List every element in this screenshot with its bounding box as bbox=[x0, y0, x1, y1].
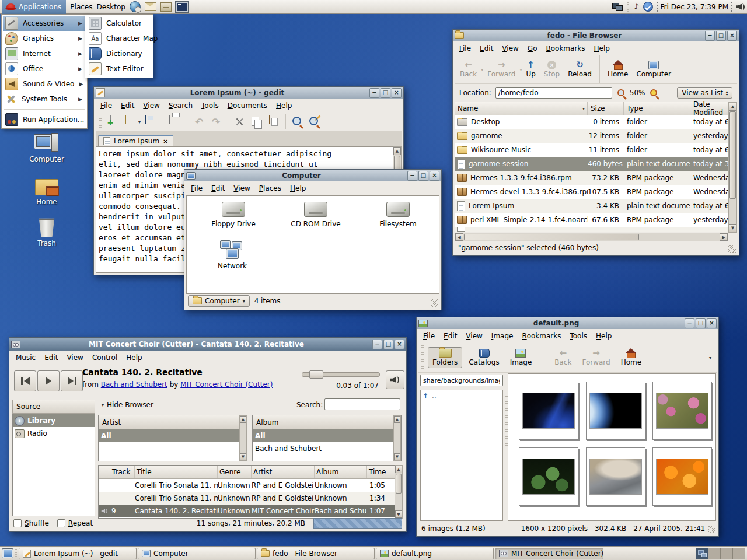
cut-icon[interactable] bbox=[233, 116, 246, 128]
icon-cdrom-drive[interactable]: CD ROM Drive bbox=[287, 202, 345, 228]
menu-item-text-editor[interactable]: Text Editor bbox=[86, 61, 152, 76]
menu-view[interactable]: View bbox=[233, 184, 250, 192]
source-header[interactable]: Source bbox=[12, 400, 95, 414]
table-row-selected[interactable]: garnome-session 460 bytesplain text docu… bbox=[455, 157, 728, 171]
image-button[interactable]: Image bbox=[506, 348, 536, 368]
task-file-browser[interactable]: fedo - File Browser bbox=[257, 548, 375, 559]
album-column-header[interactable]: Album bbox=[253, 415, 401, 429]
maximize-button[interactable]: □ bbox=[418, 171, 428, 181]
forward-button[interactable]: → Forward bbox=[578, 348, 614, 368]
seek-slider[interactable] bbox=[302, 372, 380, 377]
maximize-button[interactable]: □ bbox=[383, 340, 393, 349]
icon-filesystem[interactable]: Filesystem bbox=[369, 202, 427, 228]
resize-grip[interactable] bbox=[728, 245, 736, 253]
minimize-button[interactable]: − bbox=[369, 88, 379, 98]
tab-lorem-ipsum[interactable]: Lorem Ipsum × bbox=[98, 135, 173, 146]
menu-file[interactable]: File bbox=[459, 44, 471, 52]
table-row-partial[interactable] bbox=[455, 227, 728, 232]
menu-item-graphics[interactable]: Graphics ▶ bbox=[3, 31, 86, 46]
next-button[interactable] bbox=[61, 370, 83, 391]
folders-button[interactable]: Folders bbox=[428, 347, 462, 368]
resize-grip[interactable] bbox=[708, 526, 715, 533]
search-input[interactable] bbox=[324, 398, 400, 410]
vertical-scrollbar[interactable]: ▲ ▼ bbox=[728, 102, 737, 233]
menu-music[interactable]: Music bbox=[16, 354, 36, 362]
web-browser-launcher-icon[interactable] bbox=[130, 1, 141, 12]
rhythmbox-titlebar[interactable]: MIT Concert Choir (Cutter) - Cantata 140… bbox=[9, 338, 406, 351]
icon-floppy-drive[interactable]: Floppy Drive bbox=[204, 202, 263, 228]
stop-button[interactable]: × Stop bbox=[540, 60, 564, 79]
source-radio[interactable]: Radio bbox=[13, 427, 95, 440]
play-button[interactable] bbox=[37, 370, 60, 391]
task-computer[interactable]: Computer bbox=[138, 548, 256, 559]
menu-tools[interactable]: Tools bbox=[570, 332, 587, 340]
task-gthumb[interactable]: default.png bbox=[376, 548, 494, 559]
close-button[interactable]: × bbox=[707, 318, 717, 328]
window-selector-icon[interactable] bbox=[612, 3, 623, 11]
toolbar-overflow-chevron[interactable]: ▾ bbox=[709, 355, 711, 360]
volume-button[interactable] bbox=[386, 370, 404, 389]
album-all-row[interactable]: All bbox=[253, 429, 401, 442]
menu-help[interactable]: Help bbox=[594, 44, 610, 52]
track-row-playing[interactable]: 9Cantata 140. 2. RecitativeUnknownMIT Co… bbox=[99, 505, 401, 517]
icon-network[interactable]: Network bbox=[203, 240, 261, 270]
menu-file[interactable]: File bbox=[191, 184, 203, 192]
hide-browser-toggle[interactable]: ▾ Hide Browser bbox=[102, 401, 153, 409]
close-button[interactable]: × bbox=[395, 340, 404, 349]
table-row[interactable]: Lorem Ipsum 3.4 KBplain text documenttod… bbox=[455, 199, 728, 213]
volume-icon[interactable] bbox=[736, 2, 745, 12]
table-row[interactable]: Hermes-1.3.3-9.fc4.i386.rpm 73.2 KBRPM p… bbox=[455, 171, 728, 185]
artist-column-header[interactable]: Artist bbox=[99, 415, 247, 429]
home-button[interactable]: Home bbox=[617, 348, 645, 368]
menu-help[interactable]: Help bbox=[276, 102, 292, 110]
thumbnail-stone[interactable] bbox=[586, 447, 645, 506]
menu-item-calculator[interactable]: Calculator bbox=[86, 16, 152, 31]
shuffle-checkbox[interactable]: Shuffle bbox=[13, 519, 49, 527]
column-header-genre[interactable]: Genre bbox=[218, 466, 252, 478]
repeat-checkbox[interactable]: Repeat bbox=[57, 519, 93, 527]
menu-item-run-application[interactable]: Run Application... bbox=[3, 112, 86, 127]
computer-button[interactable]: Computer bbox=[632, 60, 675, 79]
menu-go[interactable]: Go bbox=[528, 44, 537, 52]
desktop-icon-trash[interactable]: Trash bbox=[20, 217, 73, 247]
album-scrollbar[interactable]: ▲ ▼ bbox=[393, 415, 401, 461]
artist-scrollbar[interactable]: ▲ ▼ bbox=[239, 415, 247, 461]
menu-file[interactable]: File bbox=[423, 332, 435, 340]
scroll-thumb[interactable] bbox=[729, 111, 736, 199]
desktop-icon-computer[interactable]: Computer bbox=[20, 133, 73, 163]
menu-view[interactable]: View bbox=[466, 332, 482, 340]
menu-item-office[interactable]: Office ▶ bbox=[3, 61, 86, 76]
file-cabinet-launcher-icon[interactable] bbox=[160, 2, 172, 12]
minimize-button[interactable]: − bbox=[407, 171, 417, 181]
menu-edit[interactable]: Edit bbox=[211, 184, 225, 192]
scroll-left-arrow[interactable]: ◀ bbox=[455, 233, 463, 241]
file-browser-titlebar[interactable]: fedo - File Browser − □ × bbox=[453, 30, 739, 41]
close-button[interactable]: × bbox=[727, 31, 737, 41]
maximize-button[interactable]: □ bbox=[696, 318, 706, 328]
terminal-launcher-icon[interactable] bbox=[176, 2, 188, 12]
artist-link[interactable]: MIT Concert Choir (Cutter) bbox=[180, 380, 273, 388]
back-button[interactable]: ← Back bbox=[456, 60, 481, 79]
view-as-dropdown[interactable]: View as List ▴▾ bbox=[677, 87, 732, 99]
table-row[interactable]: Desktop 0 itemsfoldertoday at 6:4 bbox=[455, 115, 728, 129]
computer-titlebar[interactable]: Computer − □ × bbox=[184, 170, 441, 181]
track-row[interactable]: Corelli Trio Sonata 11, m3UnknownRP and … bbox=[99, 479, 401, 492]
menu-edit[interactable]: Edit bbox=[44, 354, 58, 362]
gthumb-titlebar[interactable]: default.png − □ × bbox=[417, 317, 718, 329]
email-launcher-icon[interactable] bbox=[145, 2, 156, 11]
column-header-artist[interactable]: Artist bbox=[252, 466, 315, 478]
minimize-button[interactable]: − bbox=[705, 31, 715, 41]
menu-file[interactable]: File bbox=[100, 102, 112, 110]
track-row[interactable]: Corelli Trio Sonata 11, m2UnknownRP and … bbox=[99, 492, 401, 505]
toolbar-grip[interactable] bbox=[99, 114, 102, 130]
album-link[interactable]: Bach and Schubert bbox=[101, 380, 167, 388]
play-indicator-column[interactable] bbox=[99, 466, 110, 478]
workspace-2[interactable] bbox=[708, 548, 721, 559]
new-document-icon[interactable] bbox=[110, 115, 111, 124]
workspace-4[interactable] bbox=[733, 548, 745, 559]
menu-view[interactable]: View bbox=[143, 102, 159, 110]
location-input[interactable] bbox=[495, 87, 612, 99]
scroll-down-arrow[interactable]: ▼ bbox=[729, 224, 736, 232]
seek-slider-thumb[interactable] bbox=[309, 370, 323, 379]
menu-search[interactable]: Search bbox=[169, 102, 193, 110]
